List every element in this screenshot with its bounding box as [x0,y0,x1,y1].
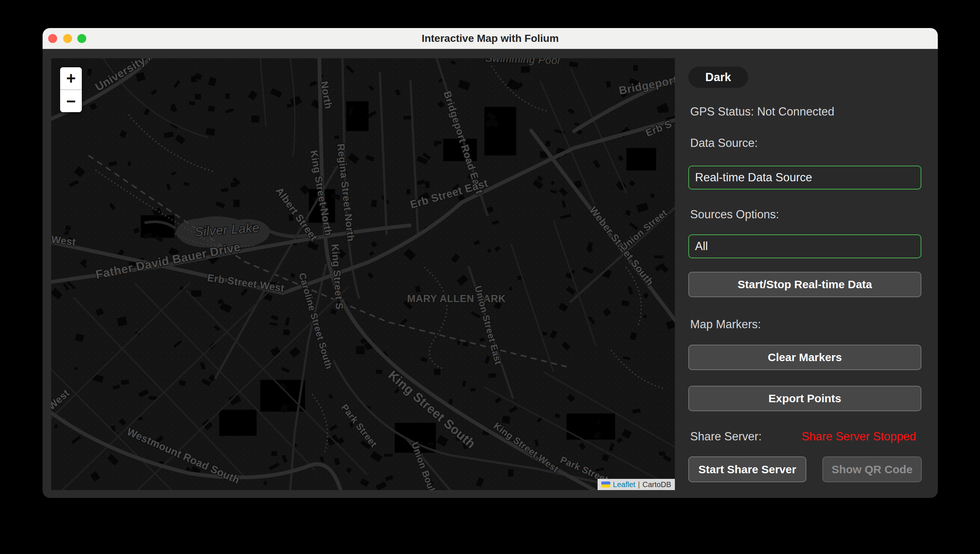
map-markers-label: Map Markers: [690,318,922,332]
start-stop-realtime-button[interactable]: Start/Stop Real-time Data [688,272,921,297]
share-server-status: Share Server Stopped [802,429,916,444]
show-qr-code-button[interactable]: Show QR Code [822,457,922,482]
attribution-separator: | [638,481,640,489]
data-source-label: Data Source: [690,136,922,150]
gps-status-text: GPS Status: Not Connected [690,105,922,119]
data-source-select[interactable]: Real-time Data Source [688,166,921,190]
export-points-button[interactable]: Export Points [688,386,921,411]
desktop-background: Interactive Map with Folium [0,0,980,554]
sources-options-value: All [695,239,708,253]
window-title: Interactive Map with Folium [43,28,938,49]
app-window: Interactive Map with Folium [43,28,938,498]
cartodb-link[interactable]: CartoDB [643,481,671,489]
data-source-value: Real-time Data Source [695,171,812,184]
map-view[interactable]: University ASwimming PoolBridgeportBridg… [51,58,675,490]
map-zoom-control: + − [60,67,82,112]
clear-markers-button[interactable]: Clear Markers [688,345,921,370]
ukraine-flag-icon [601,482,610,487]
zoom-out-button[interactable]: − [60,90,82,112]
share-server-row: Share Server: Share Server Stopped [690,429,916,444]
map-attribution: Leaflet | CartoDB [598,479,675,490]
start-share-server-button[interactable]: Start Share Server [688,457,807,482]
theme-toggle-button[interactable]: Dark [688,67,748,88]
leaflet-link[interactable]: Leaflet [613,481,635,489]
street-label: MARY ALLEN PARK [407,293,506,304]
window-titlebar: Interactive Map with Folium [43,28,938,49]
share-server-label: Share Server: [690,429,762,444]
sources-options-label: Sources Options: [690,208,922,222]
map-canvas: University ASwimming PoolBridgeportBridg… [51,58,675,490]
zoom-in-button[interactable]: + [60,67,82,89]
sources-options-select[interactable]: All [688,235,921,258]
